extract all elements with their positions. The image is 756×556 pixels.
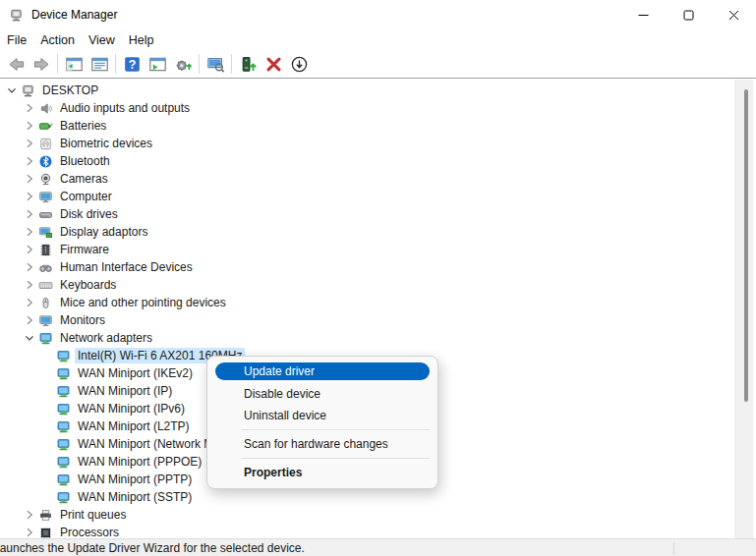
- tree-item-label: Network adapters: [57, 330, 155, 346]
- toolbar-help-button[interactable]: ?: [119, 52, 145, 76]
- maximize-icon: [683, 10, 694, 21]
- window-title: Device Manager: [31, 8, 117, 22]
- network-icon: [55, 418, 71, 434]
- tree-item-batteries[interactable]: Batteries: [0, 117, 734, 135]
- chevron-right-icon[interactable]: [22, 224, 37, 240]
- tree-item-firmware[interactable]: Firmware: [0, 241, 734, 258]
- toolbar-scan-hardware-button[interactable]: [203, 52, 228, 76]
- chevron-right-icon[interactable]: [22, 259, 37, 275]
- tree-item-biometric-devices[interactable]: Biometric devices: [0, 135, 734, 152]
- network-icon: [55, 365, 71, 381]
- chevron-down-icon[interactable]: [4, 83, 20, 98]
- close-button[interactable]: [711, 0, 756, 29]
- display-adapter-icon: [37, 224, 53, 240]
- toolbar: ?: [0, 50, 756, 79]
- chevron-empty: [39, 472, 55, 487]
- properties-panel-icon: [90, 55, 109, 74]
- chevron-right-icon[interactable]: [22, 312, 37, 328]
- tree-item-label: Processors: [57, 525, 122, 538]
- tree-item-label: Firmware: [57, 242, 112, 257]
- chevron-down-icon[interactable]: [22, 330, 37, 346]
- chevron-right-icon[interactable]: [22, 507, 37, 523]
- scrollbar-thumb[interactable]: [744, 89, 748, 402]
- scan-hardware-icon: [206, 55, 225, 74]
- tree-item-monitors[interactable]: Monitors: [0, 311, 734, 329]
- tree-item-display-adaptors[interactable]: Display adaptors: [0, 223, 734, 241]
- toolbar-uninstall-button[interactable]: [261, 52, 286, 76]
- computer-icon: [20, 83, 35, 98]
- status-bar: Launches the Update Driver Wizard for th…: [0, 538, 756, 556]
- speaker-icon: [37, 100, 53, 116]
- tree-item-keyboards[interactable]: Keyboards: [0, 276, 734, 294]
- toolbar-action-window-button[interactable]: [145, 52, 170, 76]
- toolbar-back-arrow-button[interactable]: [3, 52, 29, 76]
- tree-item-label: Batteries: [57, 118, 109, 134]
- minimize-button[interactable]: [620, 0, 666, 29]
- tree-item-print-queues[interactable]: Print queues: [0, 506, 734, 524]
- tree-item-label: Biometric devices: [57, 136, 155, 151]
- network-icon: [37, 330, 53, 346]
- context-menu-separator: [215, 455, 430, 462]
- tree-item-label: Audio inputs and outputs: [57, 100, 193, 116]
- disable-icon: [290, 55, 309, 74]
- toolbar-console-tree-button[interactable]: [61, 52, 87, 76]
- tree-item-computer[interactable]: Computer: [0, 188, 734, 205]
- context-menu-uninstall-device[interactable]: Uninstall device: [215, 405, 430, 426]
- chevron-right-icon[interactable]: [22, 295, 37, 310]
- toolbar-update-driver-button[interactable]: [235, 52, 261, 76]
- menu-file[interactable]: File: [0, 31, 33, 49]
- toolbar-separator: [115, 54, 116, 74]
- chevron-right-icon[interactable]: [22, 100, 37, 116]
- chevron-empty: [39, 401, 55, 417]
- context-menu-properties[interactable]: Properties: [215, 462, 430, 483]
- chevron-right-icon[interactable]: [22, 277, 37, 293]
- tree-item-label: WAN Miniport (PPPOE): [75, 454, 204, 470]
- tree-item-audio-inputs-and-outputs[interactable]: Audio inputs and outputs: [0, 99, 734, 117]
- chevron-empty: [39, 365, 55, 381]
- menu-help[interactable]: Help: [122, 31, 161, 49]
- chevron-right-icon[interactable]: [22, 118, 37, 134]
- tree-item-human-interface-devices[interactable]: Human Interface Devices: [0, 258, 734, 276]
- tree-item-wan-miniport-sstp[interactable]: WAN Miniport (SSTP): [0, 488, 734, 506]
- menu-view[interactable]: View: [82, 31, 122, 49]
- device-manager-icon: [9, 8, 24, 23]
- gear-update-icon: [174, 55, 193, 74]
- chevron-right-icon[interactable]: [22, 136, 37, 151]
- chevron-right-icon[interactable]: [22, 206, 37, 222]
- console-tree-icon: [65, 55, 84, 74]
- fingerprint-icon: [37, 136, 53, 151]
- chevron-empty: [39, 418, 55, 434]
- toolbar-gear-update-button[interactable]: [170, 52, 196, 76]
- tree-item-label: Monitors: [57, 312, 108, 328]
- tree-item-desktop[interactable]: DESKTOP: [0, 82, 734, 99]
- maximize-button[interactable]: [666, 0, 711, 29]
- tree-item-network-adapters[interactable]: Network adapters: [0, 329, 734, 347]
- tree-item-label: Print queues: [57, 507, 129, 523]
- context-menu: Update driverDisable deviceUninstall dev…: [206, 356, 438, 489]
- toolbar-properties-panel-button[interactable]: [87, 52, 112, 76]
- chevron-right-icon[interactable]: [22, 525, 37, 538]
- toolbar-forward-arrow-button[interactable]: [29, 52, 54, 76]
- chevron-right-icon[interactable]: [22, 189, 37, 204]
- chevron-right-icon[interactable]: [22, 242, 37, 257]
- battery-icon: [37, 118, 53, 134]
- tree-item-processors[interactable]: Processors: [0, 524, 734, 538]
- context-menu-update-driver[interactable]: Update driver: [215, 362, 430, 380]
- tree-item-mice-and-other-pointing-devices[interactable]: Mice and other pointing devices: [0, 294, 734, 311]
- forward-arrow-icon: [32, 55, 51, 74]
- chevron-empty: [39, 436, 55, 452]
- vertical-scrollbar[interactable]: [734, 80, 753, 538]
- tree-item-disk-drives[interactable]: Disk drives: [0, 205, 734, 223]
- context-menu-scan-for-hardware-changes[interactable]: Scan for hardware changes: [215, 433, 430, 455]
- toolbar-disable-button[interactable]: [286, 52, 312, 76]
- tree-item-label: WAN Miniport (IKEv2): [75, 365, 196, 381]
- chevron-right-icon[interactable]: [22, 171, 37, 187]
- context-menu-disable-device[interactable]: Disable device: [215, 383, 430, 405]
- menu-action[interactable]: Action: [33, 31, 82, 49]
- status-bar-divider: [673, 542, 674, 555]
- chevron-right-icon[interactable]: [22, 153, 37, 169]
- tree-item-bluetooth[interactable]: Bluetooth: [0, 152, 734, 170]
- tree-item-cameras[interactable]: Cameras: [0, 170, 734, 188]
- menu-bar: FileActionViewHelp: [0, 29, 756, 50]
- back-arrow-icon: [7, 55, 26, 74]
